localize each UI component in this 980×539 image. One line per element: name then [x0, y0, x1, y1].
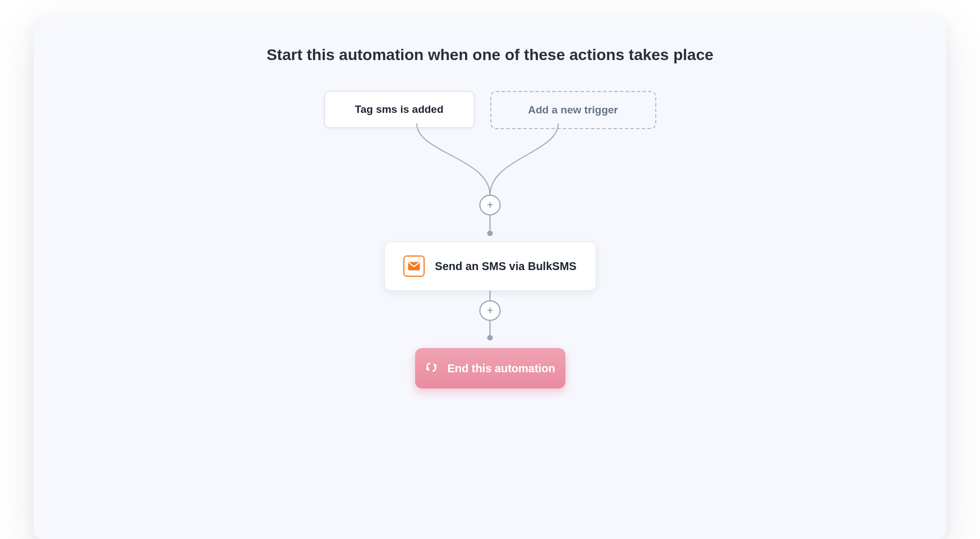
action-label: Send an SMS via BulkSMS	[435, 260, 576, 273]
add-step-bottom-button[interactable]	[480, 301, 500, 321]
action-send-sms-bulksms[interactable]: Send an SMS via BulkSMS	[384, 241, 596, 291]
trigger-label: Tag sms is added	[355, 103, 443, 116]
swap-arrows-icon	[425, 362, 438, 375]
add-trigger-button[interactable]: Add a new trigger	[490, 91, 656, 129]
add-step-top-button[interactable]	[480, 195, 500, 215]
add-trigger-label: Add a new trigger	[528, 104, 618, 116]
automation-canvas: Start this automation when one of these …	[34, 17, 946, 539]
trigger-tag-sms-added[interactable]: Tag sms is added	[324, 91, 475, 128]
canvas-title: Start this automation when one of these …	[34, 46, 946, 64]
end-label: End this automation	[447, 362, 555, 375]
end-automation-button[interactable]: End this automation	[415, 348, 565, 389]
svg-point-1	[487, 231, 493, 236]
mail-icon	[403, 255, 425, 277]
svg-point-5	[487, 335, 493, 341]
trigger-row: Tag sms is added Add a new trigger	[34, 91, 946, 129]
